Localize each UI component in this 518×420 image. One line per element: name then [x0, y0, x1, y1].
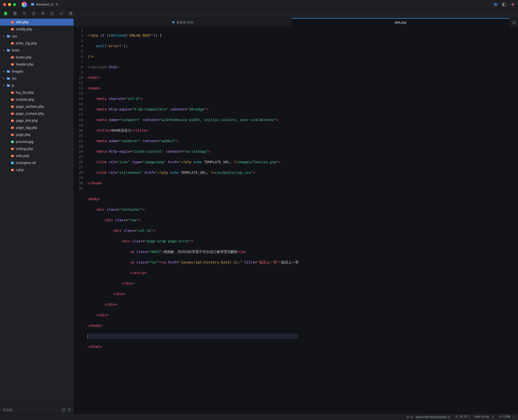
svg-rect-6	[71, 12, 72, 13]
toolbar-diamond-button[interactable]	[50, 11, 54, 16]
file-tree-item[interactable]: echo_log.php	[0, 40, 74, 47]
line-number: 5	[75, 49, 83, 54]
filter-input[interactable]	[3, 408, 60, 412]
toolbar-grid-button[interactable]	[69, 11, 73, 16]
svg-rect-9	[11, 21, 14, 23]
status-cursor-position[interactable]: 行 29, 栏 1	[455, 415, 470, 419]
file-tree-item[interactable]: 404.php	[0, 19, 74, 26]
toolbar-file-button[interactable]	[4, 11, 8, 16]
file-tree-item[interactable]: config.php	[0, 26, 74, 33]
status-indent[interactable]: 4 个空格	[499, 415, 515, 419]
file-tree-item[interactable]: Asuxingme.otf	[0, 159, 74, 166]
file-tree-item[interactable]: page_archive.php	[0, 103, 74, 110]
file-tree-item-label: images	[12, 69, 23, 73]
file-tree-item-label: side.php	[16, 154, 29, 158]
svg-rect-13	[12, 29, 12, 29]
status-breadcrumb[interactable]: a – javascript:history.back(-1);	[406, 415, 451, 419]
status-language[interactable]: PHP-HTML	[474, 415, 494, 419]
line-number: 31	[75, 186, 83, 191]
svg-rect-25	[12, 92, 12, 92]
php-file-icon	[11, 56, 14, 59]
window-close-button[interactable]	[3, 3, 6, 6]
chevron-right-icon[interactable]	[3, 49, 5, 51]
file-tree-item[interactable]: header.php	[0, 61, 74, 68]
eye-icon[interactable]	[493, 2, 498, 7]
file-tree-item[interactable]: page_tag.php	[0, 124, 74, 131]
svg-rect-15	[11, 42, 14, 44]
toolbar-indent-button[interactable]	[31, 11, 36, 16]
svg-rect-23	[12, 65, 13, 65]
svg-rect-35	[12, 114, 13, 114]
svg-rect-39	[11, 127, 14, 129]
svg-rect-27	[11, 98, 14, 101]
php-file-icon	[11, 91, 14, 94]
file-tree-item[interactable]: fonts	[0, 47, 74, 54]
file-tree-item-label: 404.php	[16, 20, 29, 24]
svg-rect-29	[12, 100, 13, 100]
file-tree-item-label: css	[12, 34, 17, 38]
hexagon-icon[interactable]	[67, 408, 71, 412]
line-number: 28	[75, 170, 83, 175]
toolbar-asterisk-button[interactable]	[41, 11, 45, 16]
tabbar: 未命名.html 404.php	[74, 18, 518, 27]
toolbar-cloud-button[interactable]	[59, 11, 64, 16]
app-logo	[22, 2, 27, 7]
tab-404-php[interactable]: 404.php	[292, 18, 509, 27]
php-file-icon	[11, 119, 14, 123]
svg-rect-52	[12, 156, 13, 156]
file-tree-item-label: header.php	[16, 62, 33, 66]
file-tree-item[interactable]: page_contact.php	[0, 110, 74, 117]
file-tree-item[interactable]: footer.php	[0, 54, 74, 61]
text-cursor	[88, 334, 88, 338]
toolbar-globe-button[interactable]	[13, 11, 17, 16]
tab-unnamed[interactable]: 未命名.html	[74, 18, 292, 27]
plus-sparkle-icon[interactable]	[510, 2, 515, 7]
window-minimize-button[interactable]	[8, 3, 11, 6]
clock-icon[interactable]	[62, 408, 65, 412]
svg-rect-36	[11, 120, 14, 122]
editor-area: 未命名.html 404.php 12345678910111213141516…	[74, 18, 518, 413]
modified-dot-icon	[172, 21, 174, 23]
code-content[interactable]: <?php if (!defined('EMLOG_ROOT')) { exit…	[85, 27, 301, 413]
file-tree-item[interactable]: log_list.php	[0, 89, 74, 96]
file-tree-item[interactable]: preview.jpg	[0, 138, 74, 145]
svg-rect-17	[12, 43, 13, 44]
file-tree-item[interactable]: setting.php	[0, 145, 74, 152]
line-number: 8	[75, 65, 83, 70]
chevron-right-icon[interactable]	[3, 84, 5, 87]
file-tree-item-label: echo_log.php	[16, 41, 37, 45]
chevron-right-icon[interactable]	[3, 70, 5, 73]
file-tree-item[interactable]: images	[0, 68, 74, 75]
file-tree-item[interactable]: side.php	[0, 152, 74, 159]
file-tree-item[interactable]: js	[0, 82, 74, 89]
file-tree-item[interactable]: module.php	[0, 96, 74, 103]
file-tree-item-label: js	[12, 83, 14, 87]
split-editor-button[interactable]	[509, 18, 518, 27]
svg-rect-34	[12, 113, 12, 113]
file-tree-item[interactable]: css	[0, 33, 74, 40]
svg-rect-51	[12, 155, 12, 155]
code-editor[interactable]: 1234567891011121314151617181920212223242…	[74, 27, 518, 413]
line-number: 16	[75, 107, 83, 112]
toolbar-search-button[interactable]	[22, 11, 26, 16]
toolbar	[0, 9, 518, 18]
chevron-right-icon[interactable]	[3, 77, 5, 80]
file-tree-item[interactable]: t.php	[0, 166, 74, 173]
svg-rect-19	[12, 57, 12, 57]
file-tree-item-label: config.php	[16, 27, 32, 31]
list-icon	[406, 415, 409, 418]
project-title[interactable]: Hdream2.11 ✻	[31, 3, 58, 6]
breadcrumb-label: a – javascript:history.back(-1);	[411, 415, 451, 419]
sidebar: 404.phpconfig.phpcssecho_log.phpfontsfoo…	[0, 18, 74, 413]
file-tree[interactable]: 404.phpconfig.phpcssecho_log.phpfontsfoo…	[0, 18, 74, 406]
file-tree-item[interactable]: inc	[0, 75, 74, 82]
file-tree-item-label: page.php	[16, 133, 30, 137]
window-zoom-button[interactable]	[13, 3, 16, 6]
file-tree-item[interactable]: page.php	[0, 131, 74, 138]
chevron-right-icon[interactable]	[3, 35, 5, 37]
svg-rect-57	[12, 170, 13, 170]
file-tree-item[interactable]: page_link.php	[0, 117, 74, 124]
php-file-icon	[11, 112, 14, 116]
svg-rect-41	[12, 128, 13, 128]
panel-icon[interactable]	[502, 2, 506, 7]
